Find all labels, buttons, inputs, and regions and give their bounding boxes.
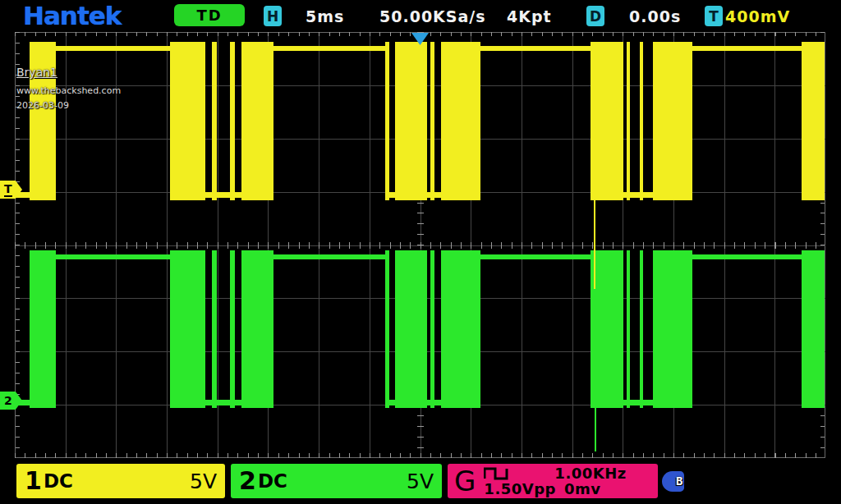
generator-offset: 0mv [564, 481, 601, 497]
ch1-glitch-spike [594, 111, 595, 289]
channel2-box[interactable]: 2 DC 5V [231, 464, 442, 498]
ch2-trace-segment [389, 400, 395, 405]
ch1-trace-segment [170, 42, 205, 200]
ch1-trace-segment [212, 42, 217, 200]
ch2-trace-segment [441, 250, 480, 408]
ch2-trace-segment [56, 254, 170, 259]
annotation-date: 2026-03-09 [16, 100, 121, 111]
ch1-trace-segment [434, 192, 441, 198]
ch2-trace-segment [434, 400, 441, 405]
ch1-trace-segment [441, 42, 480, 200]
channel1-box[interactable]: 1 DC 5V [16, 464, 225, 498]
ch1-trace-segment [217, 192, 230, 198]
channel1-coupling: DC [44, 470, 73, 492]
channel1-number: 1 [25, 465, 42, 497]
trigger-level-marker-label: T [4, 183, 12, 197]
ch2-trace-segment [241, 250, 273, 408]
ch1-trace-segment [692, 46, 802, 51]
ch2-trace-segment [653, 250, 692, 408]
ch2-trace-segment [692, 254, 802, 259]
ch1-trace-segment [395, 42, 427, 200]
ch1-trace-segment [480, 46, 591, 51]
ch1-trace-segment [627, 42, 630, 200]
ch1-trace-segment [802, 42, 825, 200]
ch2-trace-segment [235, 400, 241, 405]
ch2-glitch-spike [595, 320, 596, 451]
ch1-trace-segment [205, 192, 212, 198]
ch1-trace-segment [640, 42, 643, 200]
annotation-website: www.thebackshed.com [16, 85, 121, 96]
ch1-trace-segment [273, 46, 385, 51]
ch2-trace-segment [480, 254, 591, 259]
ch2-trace-segment [430, 250, 434, 408]
ch2-trace-segment [273, 254, 385, 259]
channel1-scale: 5V [190, 470, 217, 493]
ch2-trace-segment [385, 250, 389, 408]
generator-amplitude: 1.50Vpp [484, 481, 556, 497]
ch2-trace-segment [630, 400, 640, 405]
ch2-trace-segment [230, 250, 235, 408]
channel2-scale: 5V [407, 470, 434, 493]
ch2-trace-segment [643, 400, 653, 405]
annotation-username: Bryan1 [16, 66, 121, 79]
ch2-trace-segment [30, 250, 56, 408]
oscilloscope-screen: Hantek TD H 5ms 50.00KSa/s 4Kpt D 0.00s … [0, 0, 841, 504]
ch2-trace-segment [212, 250, 217, 408]
ch1-trace-segment [653, 42, 692, 200]
ch2-trace-segment [395, 250, 427, 408]
usb-device-icon-label: B [676, 474, 682, 488]
ch1-trace-segment [643, 192, 653, 198]
ch2-trace-segment [802, 250, 825, 408]
generator-frequency: 1.00KHz [554, 465, 626, 481]
ch2-trace-segment [217, 400, 230, 405]
channel2-coupling: DC [258, 470, 287, 492]
ch1-trace-segment [630, 192, 640, 198]
generator-label: G [454, 465, 476, 497]
ch2-position-marker-label: 2 [4, 395, 12, 407]
bottom-status-bar: 1 DC 5V 2 DC 5V G 1.00KHz 1.50Vpp 0mv [0, 461, 841, 504]
ch1-trace-segment [385, 42, 389, 200]
ch1-trace-segment [389, 192, 395, 198]
ch1-trace-segment [235, 192, 241, 198]
ch2-trace-segment [170, 250, 205, 408]
ch1-trace-segment [56, 46, 170, 51]
waveform-display: Bryan1 www.thebackshed.com 2026-03-09 T … [0, 0, 841, 504]
ch2-trace-segment [205, 400, 212, 405]
waveform-generator-box[interactable]: G 1.00KHz 1.50Vpp 0mv [448, 464, 658, 498]
ch2-trace-segment [627, 250, 630, 408]
ch2-trace-segment [640, 250, 643, 408]
ch1-trace-segment [241, 42, 273, 200]
square-wave-icon [484, 467, 518, 480]
ch1-trace-segment [230, 42, 235, 200]
channel2-number: 2 [239, 465, 256, 497]
usb-device-icon: B [662, 471, 695, 493]
ch1-trace-segment [591, 42, 623, 200]
ch1-trace-segment [430, 42, 434, 200]
screen-annotation: Bryan1 www.thebackshed.com 2026-03-09 [16, 66, 121, 111]
